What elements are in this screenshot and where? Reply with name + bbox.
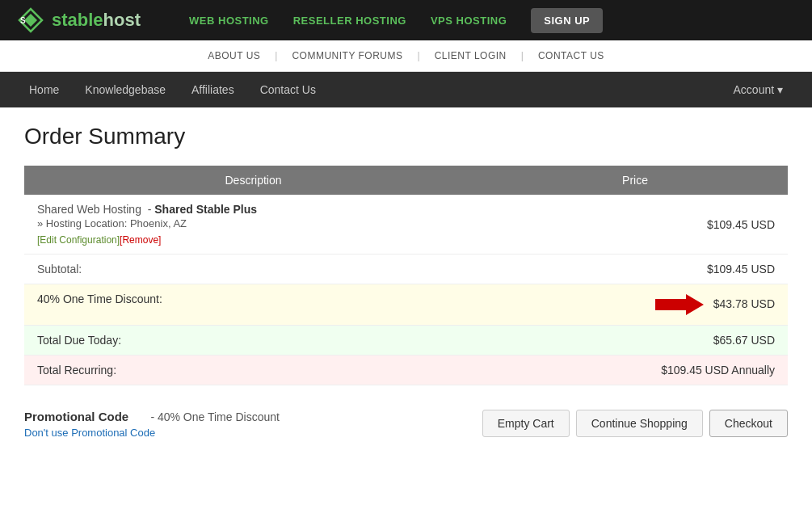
logo-part2: host <box>103 10 141 30</box>
logo-part1: stable <box>52 10 103 30</box>
secondary-nav-client-login[interactable]: CLIENT LOGIN <box>420 50 521 61</box>
dark-nav-bar: Home Knowledgebase Affiliates Contact Us… <box>0 72 812 107</box>
page-title: Order Summary <box>24 124 788 149</box>
product-description-cell: Shared Web Hosting - Shared Stable Plus … <box>24 195 482 255</box>
logo[interactable]: S stablehost <box>16 6 141 35</box>
dark-nav-home[interactable]: Home <box>16 72 72 107</box>
total-recurring-row: Total Recurring: $109.45 USD Annually <box>24 356 788 385</box>
secondary-nav: ABOUT US | COMMUNITY FORUMS | CLIENT LOG… <box>0 40 812 72</box>
signup-button[interactable]: SIGN UP <box>531 8 603 33</box>
promo-section: Promotional Code - 40% One Time Discount… <box>24 410 482 439</box>
subtotal-row: Subtotal: $109.45 USD <box>24 255 788 284</box>
top-navigation: WEB HOSTING RESELLER HOSTING VPS HOSTING… <box>189 8 796 33</box>
checkout-button[interactable]: Checkout <box>709 410 788 437</box>
svg-text:S: S <box>20 16 26 25</box>
discount-amount: $43.78 USD <box>713 297 775 310</box>
empty-cart-button[interactable]: Empty Cart <box>482 410 570 437</box>
dark-nav-affiliates[interactable]: Affiliates <box>179 72 247 107</box>
discount-label: 40% One Time Discount: <box>24 284 482 326</box>
product-name: Shared Web Hosting - Shared Stable Plus <box>37 203 469 216</box>
secondary-nav-community-forums[interactable]: COMMUNITY FORUMS <box>277 50 417 61</box>
col-header-description: Description <box>24 166 482 195</box>
promo-title: Promotional Code <box>24 410 128 423</box>
logo-icon: S <box>16 6 45 35</box>
col-header-price: Price <box>482 166 788 195</box>
product-sub: » Hosting Location: Phoenix, AZ <box>37 217 469 229</box>
order-table: Description Price Shared Web Hosting - S… <box>24 166 788 385</box>
secondary-nav-contact-us[interactable]: CONTACT US <box>524 50 619 61</box>
promo-description-text: - 40% One Time Discount <box>150 410 280 423</box>
account-menu[interactable]: Account ▾ <box>721 72 796 107</box>
total-recurring-label: Total Recurring: <box>24 356 482 385</box>
subtotal-amount: $109.45 USD <box>482 255 788 284</box>
promo-description: - 40% One Time Discount <box>132 410 280 423</box>
red-arrow-icon <box>655 292 704 317</box>
continue-shopping-button[interactable]: Continue Shopping <box>576 410 703 437</box>
product-links: [Edit Configuration][Remove] <box>37 233 469 246</box>
bottom-section: Promotional Code - 40% One Time Discount… <box>24 402 788 447</box>
total-due-amount: $65.67 USD <box>482 326 788 356</box>
discount-amount-cell: $43.78 USD <box>482 284 788 326</box>
product-name-light: Shared Web Hosting <box>37 203 141 216</box>
dark-nav-knowledgebase[interactable]: Knowledgebase <box>72 72 179 107</box>
product-price: $109.45 USD <box>707 218 775 231</box>
top-header: S stablehost WEB HOSTING RESELLER HOSTIN… <box>0 0 812 40</box>
secondary-nav-about-us[interactable]: ABOUT US <box>193 50 275 61</box>
total-due-row: Total Due Today: $65.67 USD <box>24 326 788 356</box>
svg-marker-3 <box>655 294 704 315</box>
action-buttons: Empty Cart Continue Shopping Checkout <box>482 410 788 437</box>
total-due-label: Total Due Today: <box>24 326 482 356</box>
product-name-bold: Shared Stable Plus <box>154 203 257 216</box>
main-content: Order Summary Description Price Shared W… <box>0 107 812 471</box>
dont-use-promo-link[interactable]: Don't use Promotional Code <box>24 427 482 439</box>
dark-nav-contact-us[interactable]: Contact Us <box>247 72 329 107</box>
nav-reseller-hosting[interactable]: RESELLER HOSTING <box>293 15 406 27</box>
discount-label-text: 40% One Time Discount: <box>37 292 162 305</box>
subtotal-label: Subtotal: <box>24 255 482 284</box>
edit-configuration-link[interactable]: [Edit Configuration] <box>37 234 120 246</box>
product-price-cell: $109.45 USD <box>482 195 788 255</box>
svg-marker-1 <box>24 14 37 27</box>
nav-vps-hosting[interactable]: VPS HOSTING <box>431 15 507 27</box>
nav-web-hosting[interactable]: WEB HOSTING <box>189 15 269 27</box>
discount-row: 40% One Time Discount: $43.78 USD <box>24 284 788 326</box>
product-row: Shared Web Hosting - Shared Stable Plus … <box>24 195 788 255</box>
total-recurring-amount: $109.45 USD Annually <box>482 356 788 385</box>
logo-text: stablehost <box>52 10 141 31</box>
remove-product-link[interactable]: [Remove] <box>120 234 161 246</box>
